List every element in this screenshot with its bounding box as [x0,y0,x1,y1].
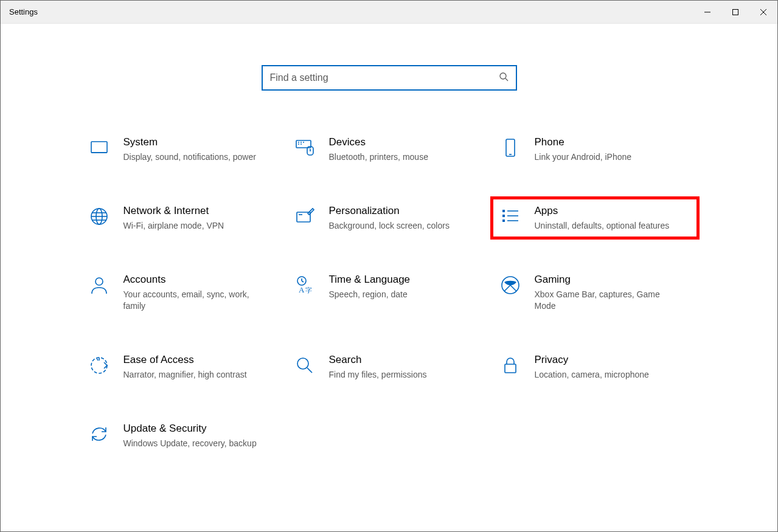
window-controls [693,1,777,23]
tile-gaming[interactable]: Gaming Xbox Game Bar, captures, Game Mod… [492,267,698,318]
search-icon [293,353,317,378]
svg-line-40 [307,368,312,373]
tile-time-language[interactable]: A字 Time & Language Speech, region, date [287,267,492,318]
tile-desc: Your accounts, email, sync, work, family [123,289,263,312]
tile-desc: Narrator, magnifier, high contrast [123,369,247,381]
svg-rect-41 [505,364,516,373]
system-icon [87,136,111,160]
svg-point-4 [500,73,506,79]
tile-privacy[interactable]: Privacy Location, camera, microphone [492,347,698,387]
tile-title: Personalization [329,204,450,218]
tile-title: Phone [535,136,632,149]
tile-desc: Uninstall, defaults, optional features [535,220,670,232]
tile-desc: Location, camera, microphone [535,369,649,381]
search-box[interactable] [262,65,517,91]
settings-grid: System Display, sound, notifications, po… [81,130,698,455]
maximize-button[interactable] [721,1,749,23]
tile-title: Ease of Access [123,353,247,367]
tile-desc: Bluetooth, printers, mouse [329,151,428,163]
tile-update-security[interactable]: Update & Security Windows Update, recove… [81,416,287,455]
tile-desc: Link your Android, iPhone [535,151,632,163]
ease-of-access-icon [87,353,111,378]
tile-desc: Find my files, permissions [329,369,427,381]
titlebar: Settings [1,1,777,24]
svg-rect-1 [733,9,738,15]
svg-text:字: 字 [305,286,312,294]
tile-title: System [123,136,256,149]
content-area: System Display, sound, notifications, po… [1,24,777,531]
tile-title: Gaming [535,273,675,286]
devices-icon [293,136,317,160]
personalization-icon [293,204,317,229]
close-button[interactable] [749,1,777,23]
tile-accounts[interactable]: Accounts Your accounts, email, sync, wor… [81,267,287,318]
apps-icon [498,204,523,229]
tile-devices[interactable]: Devices Bluetooth, printers, mouse [287,130,492,169]
search-icon [499,72,509,84]
tile-title: Apps [535,204,670,218]
tile-desc: Xbox Game Bar, captures, Game Mode [535,289,675,312]
lock-icon [498,353,523,378]
svg-rect-26 [502,215,505,217]
tile-phone[interactable]: Phone Link your Android, iPhone [492,130,698,169]
svg-line-5 [505,78,508,81]
window-title: Settings [9,7,38,16]
update-icon [87,422,111,446]
tile-desc: Windows Update, recovery, backup [123,438,257,449]
svg-point-31 [96,278,103,285]
svg-rect-6 [91,142,107,153]
tile-ease-of-access[interactable]: Ease of Access Narrator, magnifier, high… [81,347,287,387]
svg-line-34 [302,281,304,282]
svg-rect-16 [506,139,515,156]
tile-title: Network & Internet [123,204,224,218]
phone-icon [498,136,523,160]
tile-personalization[interactable]: Personalization Background, lock screen,… [287,198,492,238]
search-input[interactable] [270,72,499,83]
gaming-icon [498,273,523,297]
time-language-icon: A字 [293,273,317,297]
minimize-button[interactable] [693,1,721,23]
tile-desc: Display, sound, notifications, power [123,151,256,163]
tile-title: Devices [329,136,428,149]
svg-rect-27 [502,219,505,222]
person-icon [87,273,111,297]
tile-title: Time & Language [329,273,411,286]
tile-title: Search [329,353,427,367]
svg-rect-25 [502,210,505,212]
tile-title: Privacy [535,353,649,367]
tile-network[interactable]: Network & Internet Wi-Fi, airplane mode,… [81,198,287,238]
tile-search[interactable]: Search Find my files, permissions [287,347,492,387]
tile-title: Update & Security [123,422,257,435]
globe-icon [87,204,111,229]
settings-window: Settings Sy [0,0,778,532]
tile-system[interactable]: System Display, sound, notifications, po… [81,130,287,169]
tile-title: Accounts [123,273,263,286]
svg-point-39 [297,358,308,369]
tile-apps[interactable]: Apps Uninstall, defaults, optional featu… [492,198,698,238]
tile-desc: Background, lock screen, colors [329,220,450,232]
svg-text:A: A [299,285,305,294]
tile-desc: Speech, region, date [329,289,411,300]
tile-desc: Wi-Fi, airplane mode, VPN [123,220,224,232]
